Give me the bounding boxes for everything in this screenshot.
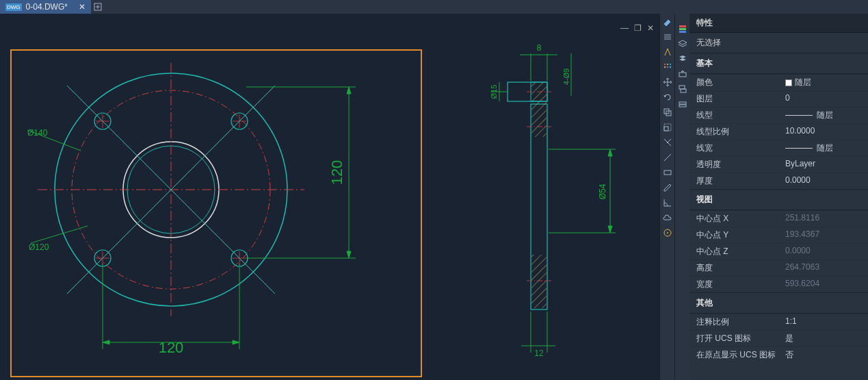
prop-ucs-origin[interactable]: 在原点显示 UCS 图标 否 (689, 346, 868, 363)
prop-linetype[interactable]: 线型 随层 (689, 107, 868, 123)
toolbar-right (674, 14, 689, 380)
svg-marker-32 (347, 87, 351, 94)
svg-point-62 (663, 64, 665, 65)
close-button[interactable]: ✕ (647, 23, 654, 33)
dim-12: 12 (534, 349, 544, 358)
dim-d120: Ø120 (29, 242, 49, 252)
svg-rect-3 (11, 50, 421, 377)
prop-height[interactable]: 高度 264.7063 (689, 259, 868, 276)
layer-swap-icon[interactable] (676, 82, 689, 96)
prop-width[interactable]: 宽度 593.6204 (689, 276, 868, 292)
svg-rect-82 (679, 73, 686, 77)
dim-d140: Ø140 (27, 128, 48, 138)
svg-marker-52 (608, 226, 612, 233)
layer-dup-icon[interactable] (676, 97, 689, 111)
lineweight-sample (785, 148, 813, 149)
dwg-icon: DWG (5, 3, 22, 11)
svg-rect-76 (664, 170, 671, 175)
section-basic[interactable]: 基本 (689, 53, 868, 74)
svg-point-78 (667, 232, 668, 233)
tab-bar: DWG 0-04.DWG* ✕ (0, 0, 868, 14)
svg-rect-80 (679, 28, 686, 30)
svg-rect-79 (679, 25, 686, 27)
svg-point-67 (669, 66, 670, 68)
svg-point-64 (669, 64, 670, 65)
linetype-sample (785, 115, 813, 116)
color-swatch (785, 79, 792, 86)
layers-multi-icon[interactable] (676, 22, 689, 36)
svg-rect-41 (531, 82, 547, 137)
prop-thickness[interactable]: 厚度 0.0000 (689, 173, 868, 189)
section-view[interactable]: 视图 (689, 189, 868, 210)
selection-state: 无选择 (689, 33, 868, 53)
dim-r54: Ø54 (598, 183, 607, 199)
tab-close-button[interactable]: ✕ (79, 2, 86, 12)
svg-point-66 (666, 66, 668, 68)
new-tab-button[interactable] (91, 0, 105, 14)
prop-color[interactable]: 颜色 随层 (689, 74, 868, 90)
dim-vert: 120 (328, 160, 345, 186)
prop-ucs-open[interactable]: 打开 UCS 图标 是 (689, 330, 868, 346)
file-tab[interactable]: DWG 0-04.DWG* ✕ (0, 0, 91, 14)
svg-rect-86 (679, 105, 686, 107)
panel-title: 特性 (689, 14, 868, 33)
svg-line-75 (664, 154, 671, 161)
window-controls: — ❐ ✕ (620, 23, 654, 33)
svg-rect-83 (679, 86, 685, 89)
prop-transparency[interactable]: 透明度 ByLayer (689, 156, 868, 173)
svg-point-65 (663, 66, 665, 68)
tab-title: 0-04.DWG* (26, 2, 68, 12)
svg-marker-51 (608, 149, 612, 156)
svg-marker-28 (233, 340, 239, 344)
dim-horiz: 120 (159, 339, 184, 356)
svg-marker-68 (663, 95, 666, 97)
svg-rect-85 (679, 102, 686, 104)
svg-line-35 (31, 226, 88, 243)
svg-point-63 (666, 64, 668, 65)
layer-move-icon[interactable] (676, 67, 689, 81)
svg-rect-81 (679, 31, 686, 33)
prop-ltscale[interactable]: 线型比例 10.0000 (689, 123, 868, 140)
dim-8: 8 (537, 43, 542, 53)
stack-icon[interactable] (676, 52, 689, 66)
svg-marker-27 (103, 340, 109, 344)
drawing-canvas[interactable]: — ❐ ✕ (0, 14, 659, 380)
prop-annoscale[interactable]: 注释比例 1:1 (689, 314, 868, 330)
prop-center-z[interactable]: 中心点 Z 0.0000 (689, 243, 868, 259)
svg-rect-84 (681, 89, 686, 92)
prop-center-y[interactable]: 中心点 Y 193.4367 (689, 227, 868, 243)
properties-panel: 特性 无选择 基本 颜色 随层 图层 0 线型 随层 线型比例 10.0000 … (689, 14, 868, 380)
svg-marker-33 (347, 251, 351, 258)
prop-lineweight[interactable]: 线宽 随层 (689, 140, 868, 156)
dim-4-99: 4-Ø9 (562, 68, 570, 85)
svg-rect-71 (664, 127, 668, 131)
svg-line-74 (667, 139, 671, 143)
svg-rect-42 (531, 255, 547, 308)
prop-center-x[interactable]: 中心点 X 251.8116 (689, 210, 868, 227)
minimize-button[interactable]: — (620, 23, 629, 33)
svg-rect-72 (664, 124, 671, 131)
cad-drawing: 120 120 Ø140 Ø120 (0, 14, 663, 380)
prop-layer[interactable]: 图层 0 (689, 90, 868, 107)
layers-icon[interactable] (676, 37, 689, 51)
dim-d15: Ø15 (490, 85, 498, 99)
maximize-button[interactable]: ❐ (634, 23, 642, 33)
section-other[interactable]: 其他 (689, 292, 868, 314)
